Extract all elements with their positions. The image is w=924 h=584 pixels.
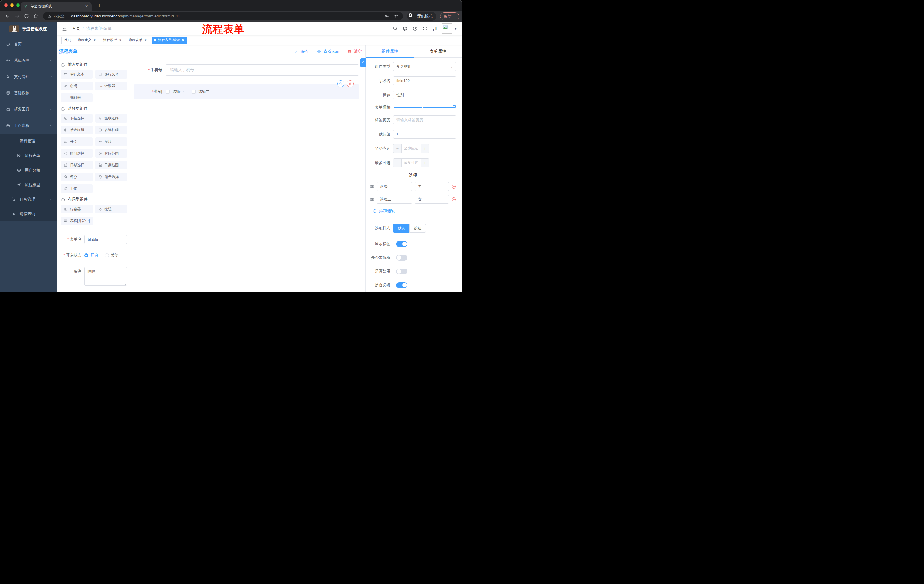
tag-0[interactable]: 首页: [61, 36, 73, 44]
data-binding-tab[interactable]: [360, 58, 366, 67]
tab-component-props[interactable]: 组件属性: [366, 45, 414, 58]
palette-item[interactable]: 表格[开发中]: [61, 217, 92, 225]
sidebar-item-8[interactable]: 用户分组: [0, 163, 57, 178]
clear-button[interactable]: 清空: [347, 49, 362, 54]
palette-item[interactable]: 开关: [61, 137, 92, 146]
palette-item[interactable]: 颜色选择: [96, 173, 127, 181]
default-value-input[interactable]: 1: [393, 130, 456, 138]
toggle-switch[interactable]: [396, 282, 408, 288]
view-json-button[interactable]: 查看json: [317, 49, 339, 54]
checkbox-option-1[interactable]: 选项一: [165, 89, 184, 94]
tag-2[interactable]: 流程模型✕: [101, 36, 124, 44]
field-name-input[interactable]: field122: [393, 76, 456, 85]
avatar[interactable]: [442, 23, 452, 34]
palette-item[interactable]: 编辑器: [61, 94, 92, 102]
tag-close-icon[interactable]: ✕: [119, 38, 122, 42]
sidebar-item-11[interactable]: 请假查询: [0, 207, 57, 221]
back-icon[interactable]: [5, 13, 10, 19]
stepper-increase-button[interactable]: +: [421, 144, 429, 153]
search-icon[interactable]: [393, 26, 398, 31]
palette-item[interactable]: 时间选择: [61, 149, 92, 158]
palette-item[interactable]: 多选框组: [96, 126, 127, 134]
tab-close-icon[interactable]: ✕: [84, 4, 89, 8]
tag-close-icon[interactable]: ✕: [93, 38, 96, 42]
phone-input[interactable]: 请输入手机号: [165, 64, 359, 76]
browser-tab[interactable]: 芋道管理系统 ✕: [21, 2, 92, 11]
tab-form-props[interactable]: 表单属性: [414, 45, 462, 58]
form-canvas[interactable]: *手机号 请输入手机号 *性别 选项一: [131, 58, 365, 292]
sidebar-item-10[interactable]: 任务管理: [0, 192, 57, 207]
drag-handle-icon[interactable]: [370, 197, 374, 202]
palette-item[interactable]: 单选框组: [61, 126, 92, 134]
address-bar[interactable]: 不安全 dashboard.yudao.iocoder.cn/bpm/manag…: [43, 12, 403, 20]
option-value-input[interactable]: 男: [414, 182, 449, 191]
password-key-icon[interactable]: [384, 14, 389, 18]
stepper-decrease-button[interactable]: −: [393, 144, 402, 153]
palette-item[interactable]: 单行文本: [61, 70, 92, 79]
palette-item[interactable]: 123计数器: [96, 82, 127, 90]
sidebar-item-7[interactable]: 流程表单: [0, 148, 57, 163]
palette-item[interactable]: 下拉选择: [61, 114, 92, 123]
palette-item[interactable]: 上传: [61, 184, 92, 193]
drag-handle-icon[interactable]: [370, 184, 374, 189]
stepper-increase-button[interactable]: +: [421, 159, 429, 167]
sidebar-item-3[interactable]: 基础设施: [0, 85, 57, 101]
browser-menu-icon[interactable]: [453, 14, 457, 18]
palette-item[interactable]: 密码: [61, 82, 92, 90]
delete-field-button[interactable]: [347, 80, 354, 87]
window-minimize-button[interactable]: [10, 3, 14, 7]
bookmark-star-icon[interactable]: [394, 14, 399, 18]
palette-item[interactable]: 日期范围: [96, 161, 127, 169]
toggle-switch[interactable]: [396, 255, 408, 261]
title-input[interactable]: 性别: [393, 90, 456, 99]
palette-item[interactable]: 级联选择: [96, 114, 127, 123]
help-icon[interactable]: [412, 26, 418, 31]
app-logo[interactable]: 芋道管理系统: [0, 22, 57, 36]
tag-close-icon[interactable]: ✕: [144, 38, 147, 42]
form-name-input[interactable]: biubiu: [84, 235, 127, 244]
label-width-input[interactable]: 请输入标签宽度: [393, 115, 456, 124]
form-remark-textarea[interactable]: 嘿嘿: [84, 267, 127, 286]
stepper-decrease-button[interactable]: −: [393, 159, 402, 167]
sidebar-item-0[interactable]: 首页: [0, 36, 57, 52]
remove-option-icon[interactable]: [451, 197, 456, 202]
save-button[interactable]: 保存: [294, 49, 309, 54]
breadcrumb-home[interactable]: 首页: [72, 26, 80, 31]
slider-handle[interactable]: [452, 105, 456, 108]
radio-closed[interactable]: 关闭: [105, 253, 119, 258]
palette-item[interactable]: 时间范围: [96, 149, 127, 158]
fullscreen-icon[interactable]: [422, 26, 428, 31]
sidebar-item-9[interactable]: 流程模型: [0, 178, 57, 192]
sidebar-item-2[interactable]: 支付管理: [0, 69, 57, 85]
sidebar-item-6[interactable]: 流程管理: [0, 134, 57, 148]
toggle-switch[interactable]: [396, 241, 408, 247]
remove-option-icon[interactable]: [451, 184, 456, 189]
new-tab-button[interactable]: +: [96, 2, 103, 8]
canvas-field-gender-selected[interactable]: *性别 选项一 选项二: [134, 84, 359, 99]
sidebar-collapse-icon[interactable]: [62, 26, 67, 31]
stepper-value[interactable]: 至少应选: [402, 144, 421, 153]
browser-update-button[interactable]: 更新: [440, 12, 459, 20]
palette-item[interactable]: 日期选择: [61, 161, 92, 169]
tag-4[interactable]: 流程表单-编辑✕: [152, 36, 187, 44]
palette-item[interactable]: 滑块: [96, 137, 127, 146]
tag-3[interactable]: 流程表单✕: [126, 36, 150, 44]
canvas-field-phone[interactable]: *手机号 请输入手机号: [134, 64, 359, 76]
chevron-down-icon[interactable]: ▼: [454, 27, 457, 30]
sidebar-item-4[interactable]: 研发工具: [0, 101, 57, 117]
palette-item[interactable]: 按钮: [96, 205, 127, 214]
palette-item[interactable]: 多行文本: [96, 70, 127, 79]
style-button-button[interactable]: 按钮: [409, 224, 426, 233]
style-default-button[interactable]: 默认: [393, 224, 409, 233]
home-icon[interactable]: [33, 13, 39, 19]
option-label-input[interactable]: 选项二: [376, 195, 412, 204]
option-label-input[interactable]: 选项一: [376, 182, 412, 191]
tag-1[interactable]: 流程定义✕: [75, 36, 99, 44]
palette-item[interactable]: 行容器: [61, 205, 92, 214]
sidebar-item-1[interactable]: 系统管理: [0, 52, 57, 69]
component-type-select[interactable]: 多选框组 ⌄: [393, 62, 456, 71]
copy-field-button[interactable]: [337, 80, 344, 87]
stepper-value[interactable]: 最多可选: [402, 159, 421, 167]
grid-slider[interactable]: [394, 107, 454, 108]
forward-icon[interactable]: [14, 13, 20, 19]
